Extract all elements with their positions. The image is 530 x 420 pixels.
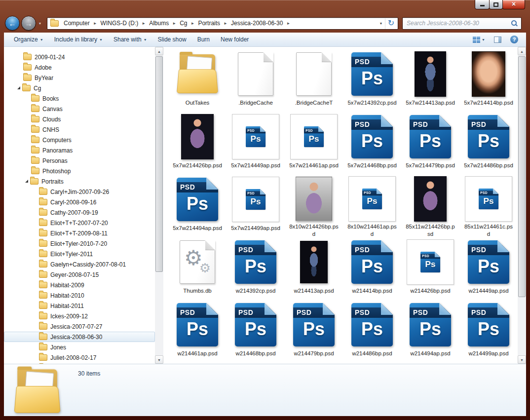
toolbar-share-with-button[interactable]: Share with▼ bbox=[109, 34, 152, 45]
breadcrumb-item[interactable]: Albums bbox=[146, 18, 172, 29]
expand-arrow-icon[interactable] bbox=[17, 86, 20, 89]
breadcrumb-separator-icon[interactable]: ► bbox=[141, 21, 146, 26]
scroll-up-button[interactable]: ▲ bbox=[518, 47, 526, 55]
tree-item[interactable]: Eliot+Tyler-2010-7-20 bbox=[4, 238, 155, 249]
tree-item[interactable]: Eliot+Tyler-2011 bbox=[4, 249, 155, 259]
tree-scrollbar[interactable]: ▲ ▼ bbox=[155, 47, 163, 364]
tree-item[interactable]: Portraits bbox=[4, 176, 155, 187]
file-item[interactable]: PSDPs85x11w214461c.psd bbox=[459, 175, 518, 238]
file-item[interactable]: PSDPsw214494ap.psd bbox=[401, 301, 459, 363]
file-item[interactable]: PSDPs5x7w214494ap.psd bbox=[168, 175, 227, 238]
tree-item[interactable]: Caryl+Jim-2007-09-26 bbox=[4, 187, 155, 197]
tree-item[interactable]: Jones bbox=[4, 342, 155, 352]
breadcrumb-separator-icon[interactable]: ► bbox=[190, 21, 195, 26]
file-item[interactable]: PSDPs5x7w214468bp.psd bbox=[343, 113, 401, 175]
toolbar-burn-button[interactable]: Burn bbox=[192, 34, 215, 45]
maximize-button[interactable] bbox=[489, 0, 503, 9]
file-item[interactable]: PSDPsw214426bp.psd bbox=[401, 238, 459, 301]
tree-item[interactable]: Cathy-2007-09-19 bbox=[4, 207, 155, 218]
toolbar-include-in-library-button[interactable]: Include in library▼ bbox=[49, 34, 108, 45]
tree-item[interactable]: Juliet-2008-02-17 bbox=[4, 352, 155, 363]
tree-item[interactable]: Eliot+T+T-2007-07-20 bbox=[4, 218, 155, 228]
file-item[interactable]: OutTakes bbox=[168, 50, 227, 113]
toolbar-slide-show-button[interactable]: Slide show bbox=[153, 34, 191, 45]
tree-item[interactable]: Caryl-2008-09-16 bbox=[4, 197, 155, 207]
breadcrumb-item[interactable]: WINGS-D (D:) bbox=[98, 18, 142, 29]
file-item[interactable]: PSDPsw214414bp.psd bbox=[343, 238, 401, 301]
tree-item[interactable]: Habitat-2010 bbox=[4, 290, 155, 301]
breadcrumb-separator-icon[interactable]: ► bbox=[93, 21, 98, 26]
file-item[interactable]: PSDPsw214479bp.psd bbox=[285, 301, 343, 363]
file-item[interactable]: PSDPs8x10w214461ap.psd bbox=[343, 175, 401, 238]
file-item[interactable]: 5x7w214414bp.psd bbox=[459, 50, 518, 113]
tree-item[interactable]: Geyer-2008-07-15 bbox=[4, 269, 155, 280]
file-item[interactable]: PSDPsw214486bp.psd bbox=[343, 301, 401, 363]
file-item[interactable]: 8x10w214426bp.psd bbox=[285, 175, 343, 238]
file-item[interactable]: PSDPsw214499ap.psd bbox=[459, 301, 518, 363]
file-item[interactable]: .BridgeCache bbox=[227, 50, 285, 113]
breadcrumb-item[interactable]: Portraits bbox=[195, 18, 223, 29]
file-item[interactable]: PSDPs5x7w214392cp.psd bbox=[343, 50, 401, 113]
tree-item[interactable]: Jessica-2008-06-30 bbox=[4, 332, 155, 342]
address-dropdown-button[interactable]: ▼ bbox=[377, 22, 385, 25]
expand-arrow-icon[interactable] bbox=[25, 180, 28, 183]
breadcrumb-separator-icon[interactable]: ► bbox=[172, 21, 177, 26]
titlebar[interactable]: × bbox=[0, 0, 530, 15]
breadcrumb-separator-icon[interactable]: ► bbox=[286, 21, 291, 26]
breadcrumb-item[interactable]: Jessica-2008-06-30 bbox=[228, 18, 286, 29]
tree-item[interactable]: Eliot+T+T-2009-08-11 bbox=[4, 228, 155, 238]
scroll-up-button[interactable]: ▲ bbox=[155, 47, 163, 55]
refresh-button[interactable]: ↻ bbox=[385, 18, 397, 29]
close-button[interactable]: × bbox=[502, 0, 525, 9]
tree-item[interactable]: Books bbox=[4, 93, 155, 104]
scrollbar-thumb[interactable] bbox=[518, 56, 526, 297]
file-item[interactable]: PSDPs5x7w214449ap.psd bbox=[227, 113, 285, 175]
search-box[interactable] bbox=[402, 17, 522, 30]
tree-item[interactable]: Habitat-2011 bbox=[4, 301, 155, 311]
minimize-button[interactable] bbox=[475, 0, 490, 9]
file-item[interactable]: PSDPsw214468bp.psd bbox=[227, 301, 285, 363]
tree-item[interactable]: 2009-01-24 bbox=[4, 52, 155, 62]
change-view-button[interactable]: ▼ bbox=[470, 35, 488, 45]
address-bar[interactable]: Computer►WINGS-D (D:)►Albums►Cg►Portrait… bbox=[47, 17, 398, 30]
tree-item[interactable]: Jessica-2007-07-27 bbox=[4, 321, 155, 332]
back-button[interactable]: ← bbox=[5, 16, 20, 31]
scroll-down-button[interactable]: ▼ bbox=[518, 355, 526, 364]
tree-item[interactable]: Canvas bbox=[4, 104, 155, 114]
preview-pane-button[interactable] bbox=[491, 35, 504, 45]
tree-item[interactable]: Adobe bbox=[4, 62, 155, 73]
file-item[interactable]: PSDPs5x7w214486bp.psd bbox=[459, 113, 518, 175]
tree-item[interactable]: Personas bbox=[4, 155, 155, 166]
tree-item[interactable]: CNHS bbox=[4, 124, 155, 135]
tree-item[interactable]: Ickes-2009-12 bbox=[4, 311, 155, 321]
file-item[interactable]: PSDPsw214449ap.psd bbox=[459, 238, 518, 301]
toolbar-organize-button[interactable]: Organize▼ bbox=[9, 34, 48, 45]
file-item[interactable]: PSDPs5x7w214479bp.psd bbox=[401, 113, 459, 175]
toolbar-new-folder-button[interactable]: New folder bbox=[216, 34, 254, 45]
tree-item[interactable]: Panoramas bbox=[4, 145, 155, 155]
file-item[interactable]: PSDPs5x7w214461ap.psd bbox=[285, 113, 343, 175]
file-item[interactable]: ⚙⚙Thumbs.db bbox=[168, 238, 227, 301]
scroll-down-button[interactable]: ▼ bbox=[155, 355, 163, 364]
breadcrumb-item[interactable]: Computer bbox=[61, 18, 93, 29]
tree-item[interactable]: Habitat-2009 bbox=[4, 280, 155, 290]
file-item[interactable]: PSDPsw214392cp.psd bbox=[227, 238, 285, 301]
tree-item[interactable]: Photoshop bbox=[4, 166, 155, 176]
file-item[interactable]: 5x7w214426bp.psd bbox=[168, 113, 227, 175]
tree-item[interactable]: Gaelyn+Cassidy-2007-08-01 bbox=[4, 259, 155, 269]
help-button[interactable]: ? bbox=[507, 34, 521, 45]
file-item[interactable]: .BridgeCacheT bbox=[285, 50, 343, 113]
tree-item[interactable]: ByYear bbox=[4, 73, 155, 83]
file-item[interactable]: PSDPsw214461ap.psd bbox=[168, 301, 227, 363]
file-item[interactable]: w214413ap.psd bbox=[285, 238, 343, 301]
recent-pages-button[interactable]: ▼ bbox=[37, 22, 43, 25]
tree-item[interactable]: Clouds bbox=[4, 114, 155, 124]
forward-button[interactable]: → bbox=[21, 16, 36, 31]
file-item[interactable]: 5x7w214413ap.psd bbox=[401, 50, 459, 113]
tree-item[interactable]: Computers bbox=[4, 135, 155, 145]
breadcrumb-separator-icon[interactable]: ► bbox=[223, 21, 228, 26]
files-scrollbar[interactable]: ▲ ▼ bbox=[518, 47, 526, 364]
scrollbar-thumb[interactable] bbox=[155, 56, 163, 272]
tree-item[interactable]: Cg bbox=[4, 83, 155, 93]
file-item[interactable]: PSDPs5x7w214499ap.psd bbox=[227, 175, 285, 238]
